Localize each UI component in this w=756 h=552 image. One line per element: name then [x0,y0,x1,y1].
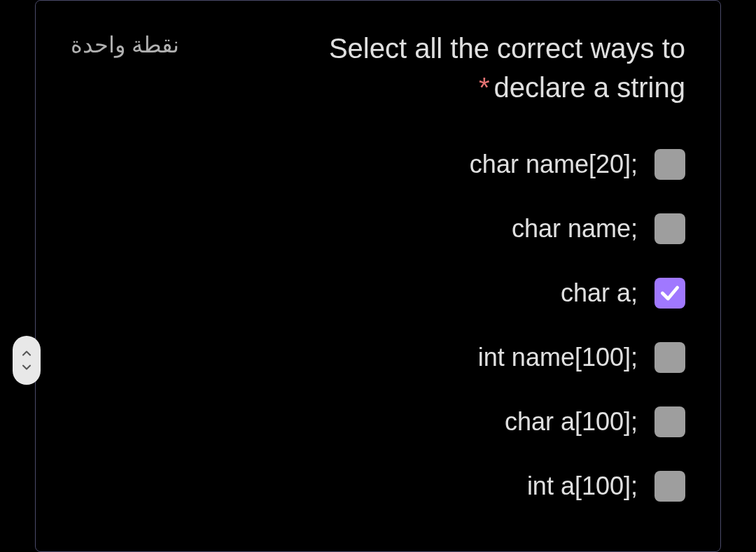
chevron-up-icon [20,346,34,360]
nav-pill[interactable] [13,336,41,385]
question-card: Select all the correct ways to *declare … [35,0,721,552]
option-label: char name[20]; [470,150,638,179]
question-text-line1: Select all the correct ways to [329,33,685,64]
option-row[interactable]: char name; [512,213,685,244]
option-label: char a[100]; [505,407,638,437]
checkbox[interactable] [654,342,685,373]
question-header: Select all the correct ways to *declare … [71,29,685,107]
question-text: Select all the correct ways to *declare … [329,29,685,107]
option-row[interactable]: char a; [561,278,685,309]
option-label: int name[100]; [478,343,638,372]
checkbox[interactable] [654,406,685,437]
option-label: char name; [512,214,638,243]
points-label: نقطة واحدة [71,29,179,58]
check-icon [659,282,681,304]
options-list: char name[20]; char name; char a; int na… [71,149,685,502]
question-text-line2: declare a string [494,72,685,103]
option-row[interactable]: char name[20]; [470,149,685,180]
checkbox-checked[interactable] [654,278,685,309]
checkbox[interactable] [654,471,685,502]
checkbox[interactable] [654,213,685,244]
option-label: int a[100]; [527,472,638,501]
checkbox[interactable] [654,149,685,180]
option-label: char a; [561,278,638,308]
option-row[interactable]: int name[100]; [478,342,685,373]
required-marker: * [479,72,490,103]
option-row[interactable]: int a[100]; [527,471,685,502]
chevron-down-icon [20,360,34,374]
option-row[interactable]: char a[100]; [505,406,685,437]
